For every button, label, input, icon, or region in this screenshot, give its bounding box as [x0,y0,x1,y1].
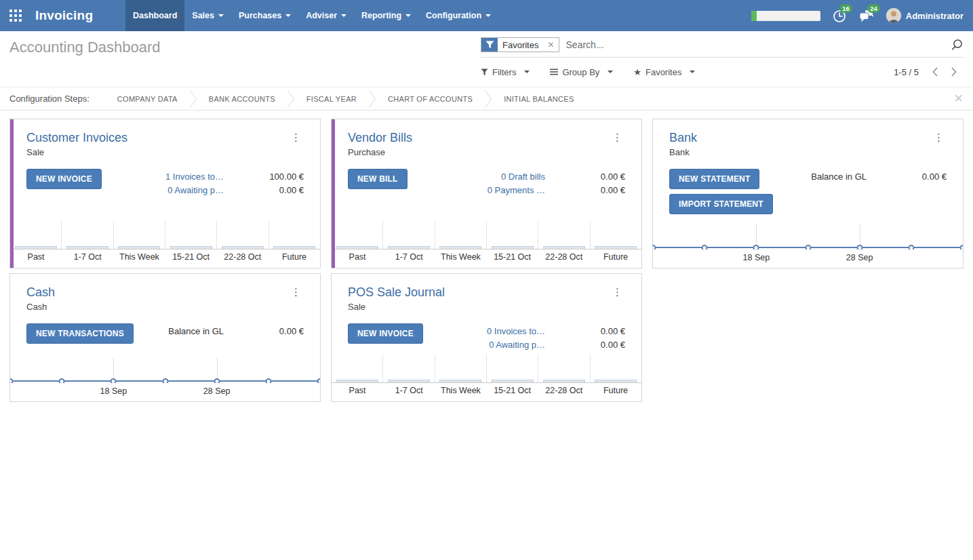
new-transactions-button[interactable]: NEW TRANSACTIONS [26,323,134,344]
filters-button[interactable]: Filters [481,67,530,77]
close-icon[interactable]: ✕ [954,93,964,104]
step-chart-of-accounts[interactable]: CHART OF ACCOUNTS [376,95,484,103]
data-point [162,378,168,384]
x-tick-label: Past [10,252,62,262]
messages-button[interactable]: 24 [858,8,875,23]
search-icon[interactable] [945,39,964,52]
filter-icon [481,38,498,52]
x-tick-label: 28 Sep [203,386,231,396]
draft-bills-link[interactable]: 0 Draft bills [501,172,545,182]
bar [388,380,430,382]
search-input[interactable] [565,39,945,51]
pager-value[interactable]: 1-5 / 5 [894,67,926,77]
configuration-steps-bar: Configuration Steps: COMPANY DATA BANK A… [0,87,973,111]
x-tick-label: 28 Sep [846,253,873,262]
journal-title[interactable]: Cash [26,285,55,300]
menu-sales[interactable]: Sales [184,0,231,31]
steps-label: Configuration Steps: [9,94,90,104]
journal-type: Sale [348,302,445,312]
search-panel: Favorites ✕ Filters Group By [481,31,964,77]
bar [15,246,57,249]
step-initial-balances[interactable]: INITIAL BALANCES [492,95,585,103]
journal-card-customer-invoices: Customer Invoices Sale ⋮ NEW INVOICE 1 I… [9,119,321,268]
journal-title[interactable]: Customer Invoices [26,131,127,145]
caret-down-icon [524,71,530,76]
line-chart-plot-area [653,214,963,249]
group-by-button[interactable]: Group By [550,67,613,77]
card-menu-icon[interactable]: ⋮ [610,285,625,298]
awaiting-payments-link[interactable]: 0 Awaiting p… [167,185,224,195]
x-tick-label: This Week [113,252,165,262]
brand-block: Invoicing [0,0,125,31]
x-tick-label: 1-7 Oct [62,252,113,262]
data-point [856,245,862,250]
pager-next-icon[interactable] [945,66,964,77]
top-navbar: Invoicing Dashboard Sales Purchases Advi… [0,0,973,31]
journal-line-chart: 18 Sep28 Sep [653,214,963,268]
journal-card-pos-sale-journal: POS Sale Journal Sale ⋮ NEW INVOICE 0 In… [331,273,642,402]
card-menu-icon[interactable]: ⋮ [610,131,625,144]
card-menu-icon[interactable]: ⋮ [931,131,947,144]
progress-fill [751,11,757,21]
data-point [10,378,14,384]
pager-previous-icon[interactable] [926,66,945,77]
bar [595,246,637,249]
x-tick-label: 1-7 Oct [383,386,435,395]
caret-down-icon [341,14,346,20]
new-statement-button[interactable]: NEW STATEMENT [669,169,759,189]
card-menu-icon[interactable]: ⋮ [288,131,304,144]
amount: 0.00 € [224,326,304,336]
systray: 16 24 Administrator [751,0,973,31]
bar-chart-x-axis: Past1-7 OctThis Week15-21 Oct22-28 OctFu… [10,249,320,268]
list-icon [550,68,558,75]
menu-adviser[interactable]: Adviser [298,0,354,31]
journal-title[interactable]: Bank [669,131,697,145]
x-tick-label: 15-21 Oct [487,386,538,395]
new-invoice-button[interactable]: NEW INVOICE [26,169,102,189]
control-panel: Accounting Dashboard Favorites ✕ Filte [0,31,973,87]
step-company-data[interactable]: COMPANY DATA [106,95,189,103]
step-fiscal-year[interactable]: FISCAL YEAR [295,95,368,103]
menu-dashboard[interactable]: Dashboard [125,0,184,31]
line-chart-plot-area [10,348,320,383]
bar [118,246,160,249]
app-name[interactable]: Invoicing [35,8,93,23]
activities-button[interactable]: 16 [832,8,847,23]
menu-configuration[interactable]: Configuration [418,0,498,31]
invoices-to-validate-link[interactable]: 0 Invoices to… [487,326,545,336]
journal-card-vendor-bills: Vendor Bills Purchase ⋮ NEW BILL 0 Draft… [331,119,642,268]
journal-title[interactable]: POS Sale Journal [348,285,445,300]
favorites-button[interactable]: ★ Favorites [633,67,695,77]
journal-type: Purchase [348,147,412,157]
caret-down-icon [285,14,291,20]
bar-chart-x-axis: Past1-7 OctThis Week15-21 Oct22-28 OctFu… [332,249,641,268]
invoices-to-validate-link[interactable]: 1 Invoices to… [165,172,224,182]
journal-bar-chart: Past1-7 OctThis Week15-21 Oct22-28 OctFu… [10,221,320,268]
amount: 0.00 € [224,185,304,195]
menu-reporting[interactable]: Reporting [354,0,418,31]
activity-count-badge: 16 [839,4,852,13]
card-menu-icon[interactable]: ⋮ [288,285,304,298]
facet-label: Favorites [498,38,543,52]
bar [492,246,534,249]
import-statement-button[interactable]: IMPORT STATEMENT [669,194,773,214]
bar [273,246,315,249]
data-point [908,245,914,250]
x-tick-label: Future [269,252,320,262]
amount: 0.00 € [545,185,625,195]
x-tick-label: Future [590,252,641,262]
filter-row: Filters Group By ★ Favorites 1-5 / 5 [481,66,964,77]
new-invoice-button[interactable]: NEW INVOICE [348,323,423,344]
payments-link[interactable]: 0 Payments … [488,185,545,195]
journal-title[interactable]: Vendor Bills [348,131,412,145]
step-bank-accounts[interactable]: BANK ACCOUNTS [197,95,287,103]
bar [170,246,212,249]
awaiting-payments-link[interactable]: 0 Awaiting p… [489,340,545,350]
apps-grid-icon[interactable] [9,9,22,22]
facet-remove-icon[interactable]: ✕ [543,38,558,52]
new-bill-button[interactable]: NEW BILL [348,169,408,189]
user-menu[interactable]: Administrator [886,8,964,23]
menu-purchases[interactable]: Purchases [231,0,298,31]
data-point [702,245,708,250]
data-point [753,245,759,250]
